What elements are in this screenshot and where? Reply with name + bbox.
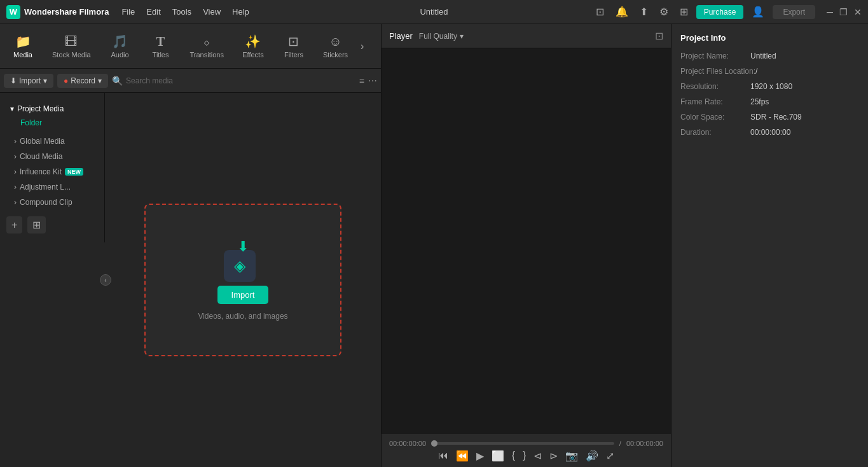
collapse-sidebar-button[interactable]: ‹ — [100, 274, 111, 286]
snapshot-icon[interactable]: 📷 — [565, 450, 578, 462]
tab-titles-label: Titles — [153, 51, 169, 59]
menu-view[interactable]: View — [203, 7, 221, 17]
sidebar-container: ▾ Project Media Folder › Global Media › … — [0, 93, 105, 467]
controls-row: ⏮ ⏪ ▶ ⬜ { } ⊲ ⊳ 📷 🔊 ⤢ — [389, 450, 663, 462]
window-title: Untitled — [420, 7, 448, 17]
titlebar: W Wondershare Filmora File Edit Tools Vi… — [0, 0, 868, 24]
add-item-button[interactable]: ⊞ — [27, 216, 46, 234]
rewind-icon[interactable]: ⏮ — [438, 450, 448, 461]
media-toolbar: ⬇ Import ▾ ● Record ▾ 🔍 ≡ ⋯ — [0, 69, 381, 93]
info-value-framerate: 25fps — [750, 97, 769, 106]
tab-filters[interactable]: ⊡ Filters — [273, 30, 314, 62]
titles-tab-icon: T — [156, 34, 165, 49]
logo-icon: W — [6, 5, 20, 19]
record-button[interactable]: ● Record ▾ — [57, 74, 108, 88]
project-info-panel: Project Info Project Name: Untitled Proj… — [671, 24, 868, 467]
tab-stickers[interactable]: ☺ Stickers — [314, 31, 357, 62]
quality-selector[interactable]: Full Quality ▾ — [419, 32, 464, 41]
quality-label: Full Quality — [419, 32, 457, 41]
content-area: ⬇ ◈ Import Videos, audio, and images — [105, 93, 381, 467]
chevron-right-icon-3: › — [14, 167, 17, 176]
player-panel: Player Full Quality ▾ ⊡ 00:00:00:00 / 00… — [382, 24, 671, 467]
sidebar-item-adjustment[interactable]: › Adjustment L... — [0, 179, 104, 195]
arrow-down-icon: ⬇ — [237, 239, 249, 255]
import-media-button[interactable]: Import — [217, 286, 269, 304]
stop-icon[interactable]: ⬜ — [492, 450, 504, 462]
tab-stock-media[interactable]: 🎞 Stock Media — [43, 31, 100, 62]
play-icon[interactable]: ▶ — [476, 450, 484, 462]
stickers-tab-icon: ☺ — [329, 34, 341, 49]
sidebar-folder[interactable]: Folder — [6, 116, 98, 130]
progress-thumb — [431, 440, 437, 447]
grid-icon[interactable]: ⊞ — [677, 4, 691, 19]
import-button[interactable]: ⬇ Import ▾ — [4, 74, 53, 88]
out-point-icon[interactable]: } — [523, 450, 526, 461]
tab-stock-label: Stock Media — [52, 51, 91, 59]
stock-media-tab-icon: 🎞 — [65, 34, 78, 49]
upload-icon[interactable]: ⬆ — [637, 4, 651, 19]
menu-file[interactable]: File — [121, 7, 135, 17]
chevron-right-icon-5: › — [14, 198, 17, 207]
tab-audio[interactable]: 🎵 Audio — [100, 30, 141, 62]
project-media-label: Project Media — [17, 104, 64, 113]
menu-bar: File Edit Tools View Help — [121, 7, 592, 17]
import-icon-wrapper: ⬇ ◈ — [224, 240, 262, 278]
next-frame-icon[interactable]: ⊳ — [549, 450, 558, 462]
chevron-down-icon: ▾ — [10, 104, 14, 113]
tab-media-label: Media — [13, 51, 32, 59]
sidebar-section: ▾ Project Media Folder — [0, 98, 104, 134]
sidebar-item-project-media[interactable]: ▾ Project Media — [6, 102, 98, 116]
fullscreen-icon[interactable]: ⊡ — [655, 30, 663, 42]
menu-edit[interactable]: Edit — [146, 7, 160, 17]
fullscreen-btn-icon[interactable]: ⤢ — [606, 450, 614, 462]
info-row-name: Project Name: Untitled — [680, 52, 859, 60]
menu-help[interactable]: Help — [232, 7, 249, 17]
search-input[interactable] — [126, 76, 355, 85]
info-row-colorspace: Color Space: SDR - Rec.709 — [680, 113, 859, 122]
more-options-icon[interactable]: ⋯ — [368, 76, 377, 86]
chevron-right-icon-2: › — [14, 152, 17, 161]
sidebar-item-influence-kit[interactable]: › Influence Kit NEW — [0, 164, 104, 179]
media-area: ▾ Project Media Folder › Global Media › … — [0, 93, 381, 467]
audio-tab-icon: 🎵 — [112, 34, 128, 49]
menu-tools[interactable]: Tools — [172, 7, 191, 17]
prev-frame-icon[interactable]: ⊲ — [534, 450, 542, 462]
win-minimize[interactable]: ─ — [827, 7, 833, 17]
win-close[interactable]: ✕ — [854, 7, 862, 17]
volume-icon[interactable]: 🔊 — [586, 450, 598, 462]
add-folder-button[interactable]: + — [6, 216, 22, 234]
minimize-icon[interactable]: ⊡ — [593, 4, 607, 19]
step-back-icon[interactable]: ⏪ — [456, 450, 469, 462]
tabs-more-arrow[interactable]: › — [357, 41, 368, 52]
tab-transitions[interactable]: ⬦ Transitions — [181, 31, 233, 62]
sidebar-item-cloud-media[interactable]: › Cloud Media — [0, 149, 104, 164]
app-name: Wondershare Filmora — [24, 7, 109, 17]
search-box: 🔍 — [112, 76, 355, 86]
export-button[interactable]: Export — [773, 5, 815, 19]
user-icon[interactable]: 👤 — [748, 4, 768, 19]
info-label-duration: Duration: — [680, 128, 750, 137]
settings-icon[interactable]: ⚙ — [656, 4, 672, 19]
win-restore[interactable]: ❐ — [839, 7, 848, 17]
progress-bar-container: 00:00:00:00 / 00:00:00:00 — [389, 440, 663, 447]
in-point-icon[interactable]: { — [512, 450, 515, 461]
filter-icon[interactable]: ≡ — [359, 76, 364, 86]
import-label: Import — [19, 76, 41, 85]
folder-label: Folder — [20, 118, 42, 127]
info-value-location: / — [755, 67, 757, 76]
progress-bar[interactable] — [431, 442, 614, 445]
tab-media[interactable]: 📁 Media — [3, 30, 43, 62]
tab-titles[interactable]: T Titles — [141, 31, 181, 62]
import-icon: ⬇ — [10, 76, 17, 85]
community-icon[interactable]: 🔔 — [612, 4, 631, 19]
info-row-duration: Duration: 00:00:00:00 — [680, 128, 859, 137]
transitions-tab-icon: ⬦ — [203, 34, 210, 49]
player-area — [382, 48, 671, 434]
global-media-label: Global Media — [20, 137, 65, 146]
diamond-icon: ◈ — [234, 257, 245, 275]
sidebar-item-compound-clip[interactable]: › Compound Clip — [0, 195, 104, 210]
sidebar-item-global-media[interactable]: › Global Media — [0, 134, 104, 149]
import-drop-zone[interactable]: ⬇ ◈ Import Videos, audio, and images — [144, 204, 341, 356]
tab-effects[interactable]: ✨ Effects — [233, 30, 273, 62]
purchase-button[interactable]: Purchase — [696, 5, 744, 19]
